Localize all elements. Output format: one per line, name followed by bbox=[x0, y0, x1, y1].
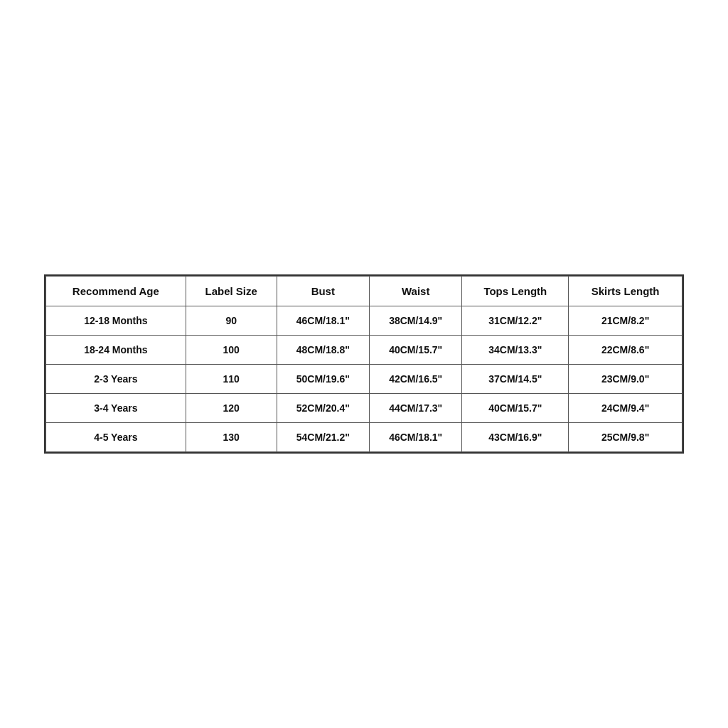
cell-skirts_length: 22CM/8.6" bbox=[569, 336, 682, 365]
cell-waist: 40CM/15.7" bbox=[370, 336, 462, 365]
cell-tops_length: 31CM/12.2" bbox=[462, 306, 569, 336]
table-row: 12-18 Months9046CM/18.1"38CM/14.9"31CM/1… bbox=[46, 306, 682, 336]
cell-bust: 48CM/18.8" bbox=[277, 336, 369, 365]
cell-tops_length: 43CM/16.9" bbox=[462, 423, 569, 452]
cell-waist: 46CM/18.1" bbox=[370, 423, 462, 452]
cell-bust: 50CM/19.6" bbox=[277, 365, 369, 394]
cell-age: 2-3 Years bbox=[46, 365, 186, 394]
size-chart-table: Recommend Age Label Size Bust Waist Tops… bbox=[46, 276, 682, 452]
table-row: 4-5 Years13054CM/21.2"46CM/18.1"43CM/16.… bbox=[46, 423, 682, 452]
table-row: 18-24 Months10048CM/18.8"40CM/15.7"34CM/… bbox=[46, 336, 682, 365]
cell-skirts_length: 23CM/9.0" bbox=[569, 365, 682, 394]
header-recommend-age: Recommend Age bbox=[46, 277, 186, 306]
cell-age: 4-5 Years bbox=[46, 423, 186, 452]
header-tops-length: Tops Length bbox=[462, 277, 569, 306]
cell-age: 12-18 Months bbox=[46, 306, 186, 336]
cell-bust: 54CM/21.2" bbox=[277, 423, 369, 452]
cell-bust: 46CM/18.1" bbox=[277, 306, 369, 336]
table-row: 3-4 Years12052CM/20.4"44CM/17.3"40CM/15.… bbox=[46, 394, 682, 423]
header-waist: Waist bbox=[370, 277, 462, 306]
cell-waist: 42CM/16.5" bbox=[370, 365, 462, 394]
table-row: 2-3 Years11050CM/19.6"42CM/16.5"37CM/14.… bbox=[46, 365, 682, 394]
cell-age: 18-24 Months bbox=[46, 336, 186, 365]
cell-tops_length: 37CM/14.5" bbox=[462, 365, 569, 394]
cell-skirts_length: 21CM/8.2" bbox=[569, 306, 682, 336]
cell-skirts_length: 24CM/9.4" bbox=[569, 394, 682, 423]
cell-tops_length: 40CM/15.7" bbox=[462, 394, 569, 423]
header-label-size: Label Size bbox=[186, 277, 277, 306]
cell-label_size: 100 bbox=[186, 336, 277, 365]
cell-label_size: 90 bbox=[186, 306, 277, 336]
cell-tops_length: 34CM/13.3" bbox=[462, 336, 569, 365]
cell-bust: 52CM/20.4" bbox=[277, 394, 369, 423]
cell-label_size: 110 bbox=[186, 365, 277, 394]
cell-age: 3-4 Years bbox=[46, 394, 186, 423]
table-header-row: Recommend Age Label Size Bust Waist Tops… bbox=[46, 277, 682, 306]
cell-waist: 38CM/14.9" bbox=[370, 306, 462, 336]
cell-waist: 44CM/17.3" bbox=[370, 394, 462, 423]
cell-skirts_length: 25CM/9.8" bbox=[569, 423, 682, 452]
header-bust: Bust bbox=[277, 277, 369, 306]
cell-label_size: 130 bbox=[186, 423, 277, 452]
size-chart-container: Recommend Age Label Size Bust Waist Tops… bbox=[44, 274, 684, 454]
cell-label_size: 120 bbox=[186, 394, 277, 423]
header-skirts-length: Skirts Length bbox=[569, 277, 682, 306]
